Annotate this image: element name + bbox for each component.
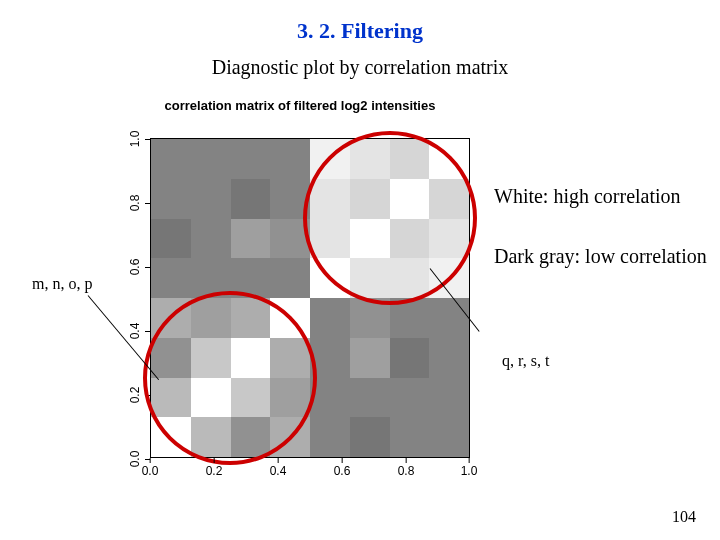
y-tick-label: 0.8 (129, 195, 143, 212)
cluster-label-mnop: m, n, o, p (32, 275, 92, 293)
heatmap-cell (429, 417, 469, 457)
heatmap-cell (350, 338, 390, 378)
heatmap-cell (429, 298, 469, 338)
x-tick-label: 1.0 (461, 464, 478, 478)
heatmap-cell (350, 378, 390, 418)
x-tick-label: 0.0 (142, 464, 159, 478)
x-axis: 0.0 0.2 0.4 0.6 0.8 1.0 (150, 458, 470, 492)
y-tick-label: 0.0 (129, 451, 143, 468)
heatmap-cell (390, 338, 430, 378)
page-subtitle: Diagnostic plot by correlation matrix (0, 56, 720, 79)
heatmap-cell (270, 139, 310, 179)
x-tick-label: 0.6 (334, 464, 351, 478)
section-title: 3. 2. Filtering (0, 18, 720, 44)
heatmap-cell (231, 219, 271, 259)
y-axis: 0.0 0.2 0.4 0.6 0.8 1.0 (100, 138, 150, 458)
y-tick-label: 0.4 (129, 323, 143, 340)
heatmap-cell (390, 378, 430, 418)
x-tick-label: 0.2 (206, 464, 223, 478)
x-tick-label: 0.4 (270, 464, 287, 478)
heatmap-cell (429, 378, 469, 418)
legend-high-correlation: White: high correlation (494, 185, 681, 208)
heatmap-cell (350, 417, 390, 457)
heatmap-cell (310, 417, 350, 457)
heatmap-cell (270, 258, 310, 298)
chart-title: correlation matrix of filtered log2 inte… (100, 98, 500, 113)
x-tick-label: 0.8 (398, 464, 415, 478)
heatmap-cell (231, 139, 271, 179)
cluster-highlight-qrst (303, 131, 477, 305)
heatmap-cell (310, 298, 350, 338)
heatmap-cell (429, 338, 469, 378)
y-tick-label: 0.6 (129, 259, 143, 276)
page-number: 104 (672, 508, 696, 526)
legend-low-correlation: Dark gray: low correlation (494, 245, 707, 268)
heatmap-cell (151, 219, 191, 259)
y-tick-label: 0.2 (129, 387, 143, 404)
heatmap-cell (151, 179, 191, 219)
heatmap-cell (151, 139, 191, 179)
heatmap-cell (231, 179, 271, 219)
heatmap-plot-area (150, 138, 470, 458)
cluster-label-qrst: q, r, s, t (502, 352, 549, 370)
heatmap-cell (191, 179, 231, 219)
heatmap-cell (191, 139, 231, 179)
heatmap-cell (390, 417, 430, 457)
correlation-heatmap: correlation matrix of filtered log2 inte… (100, 98, 500, 498)
cluster-highlight-mnop (143, 291, 317, 465)
heatmap-cell (191, 219, 231, 259)
heatmap-cell (151, 258, 191, 298)
y-tick-label: 1.0 (129, 131, 143, 148)
